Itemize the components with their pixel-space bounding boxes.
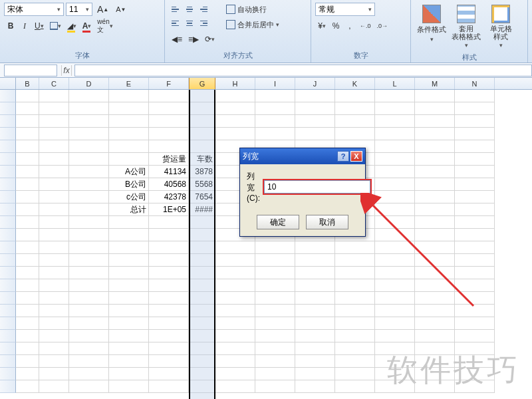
- cell[interactable]: [415, 380, 455, 393]
- phonetic-button[interactable]: wén文▾: [94, 19, 115, 33]
- cell[interactable]: [295, 342, 335, 355]
- cell[interactable]: [455, 292, 495, 305]
- cell[interactable]: [335, 305, 375, 317]
- cell[interactable]: [415, 267, 455, 279]
- cell[interactable]: [295, 355, 335, 368]
- row-header[interactable]: [0, 178, 16, 191]
- dialog-titlebar[interactable]: 列宽 ? X: [240, 148, 365, 164]
- column-header[interactable]: I: [255, 78, 295, 89]
- row-header[interactable]: [0, 229, 16, 241]
- cell[interactable]: [39, 115, 69, 128]
- cell[interactable]: [215, 342, 255, 355]
- cell[interactable]: [16, 203, 39, 216]
- cell[interactable]: [149, 305, 189, 317]
- cell[interactable]: [415, 140, 455, 153]
- cell[interactable]: [69, 279, 109, 292]
- cell[interactable]: [39, 178, 69, 191]
- cell[interactable]: [39, 355, 69, 368]
- cell[interactable]: [455, 380, 495, 393]
- align-center-button[interactable]: [183, 17, 196, 30]
- cell[interactable]: [335, 90, 375, 102]
- decrease-indent-button[interactable]: ◀≡: [169, 33, 185, 46]
- cell[interactable]: [215, 305, 255, 317]
- column-header[interactable]: J: [295, 78, 335, 89]
- wrap-text-button[interactable]: 自动换行: [223, 3, 283, 16]
- cell[interactable]: [455, 267, 495, 279]
- align-top-left-button[interactable]: [169, 3, 182, 16]
- cell[interactable]: [69, 355, 109, 368]
- cell[interactable]: [215, 102, 255, 115]
- cell[interactable]: [109, 254, 149, 267]
- cell[interactable]: [295, 254, 335, 267]
- cell[interactable]: [215, 330, 255, 342]
- cell[interactable]: 1E+05: [149, 203, 189, 216]
- column-header[interactable]: L: [375, 78, 415, 89]
- cell[interactable]: [215, 368, 255, 380]
- cell[interactable]: [455, 317, 495, 330]
- row-header[interactable]: [0, 305, 16, 317]
- cell[interactable]: [255, 292, 295, 305]
- row-header[interactable]: [0, 355, 16, 368]
- row-header[interactable]: [0, 166, 16, 178]
- cell[interactable]: [255, 380, 295, 393]
- row-header[interactable]: [0, 153, 16, 166]
- cell[interactable]: [69, 342, 109, 355]
- cell[interactable]: [455, 102, 495, 115]
- font-color-button[interactable]: A▾: [80, 19, 94, 33]
- cell[interactable]: [415, 292, 455, 305]
- cell[interactable]: [189, 216, 215, 229]
- column-header[interactable]: E: [109, 78, 149, 89]
- spreadsheet-grid[interactable]: BCDEFGHIJKLMN 货运量车数A公司411343878B公司405685…: [0, 78, 532, 399]
- cell[interactable]: [39, 166, 69, 178]
- cell[interactable]: [69, 305, 109, 317]
- cell[interactable]: [415, 153, 455, 166]
- cell[interactable]: [215, 128, 255, 140]
- cell[interactable]: c公司: [109, 191, 149, 203]
- currency-button[interactable]: ¥▾: [315, 19, 329, 33]
- cell[interactable]: [39, 90, 69, 102]
- cell[interactable]: [415, 342, 455, 355]
- cell[interactable]: [335, 254, 375, 267]
- cell[interactable]: [415, 216, 455, 229]
- ok-button[interactable]: 确定: [257, 215, 299, 229]
- cell[interactable]: [335, 267, 375, 279]
- cell[interactable]: [255, 317, 295, 330]
- row-header[interactable]: [0, 140, 16, 153]
- cell[interactable]: [189, 229, 215, 241]
- cell[interactable]: [335, 241, 375, 254]
- cell[interactable]: [189, 342, 215, 355]
- cell[interactable]: [455, 355, 495, 368]
- cell[interactable]: [149, 368, 189, 380]
- cell[interactable]: [455, 342, 495, 355]
- row-header[interactable]: [0, 267, 16, 279]
- cell[interactable]: [149, 140, 189, 153]
- cell[interactable]: [69, 330, 109, 342]
- cell[interactable]: [109, 115, 149, 128]
- name-box[interactable]: [4, 65, 57, 76]
- cell[interactable]: [189, 241, 215, 254]
- cancel-button[interactable]: 取消: [306, 215, 348, 229]
- cell[interactable]: [16, 216, 39, 229]
- conditional-format-button[interactable]: 条件格式▾: [415, 3, 448, 45]
- cell[interactable]: [455, 241, 495, 254]
- cell[interactable]: [69, 153, 109, 166]
- row-header[interactable]: [0, 368, 16, 380]
- row-header[interactable]: [0, 203, 16, 216]
- fx-icon[interactable]: fx: [61, 65, 72, 76]
- font-size-combo[interactable]: 11▾: [66, 3, 92, 16]
- cell[interactable]: [415, 178, 455, 191]
- cell[interactable]: [415, 191, 455, 203]
- cell[interactable]: [415, 254, 455, 267]
- cell[interactable]: [375, 153, 415, 166]
- row-header[interactable]: [0, 90, 16, 102]
- select-all-corner[interactable]: [0, 78, 16, 89]
- cell[interactable]: [295, 115, 335, 128]
- cell[interactable]: [109, 267, 149, 279]
- cell[interactable]: [16, 166, 39, 178]
- cell[interactable]: [375, 229, 415, 241]
- formula-input[interactable]: [74, 65, 532, 76]
- cell[interactable]: [295, 267, 335, 279]
- cell[interactable]: [189, 317, 215, 330]
- cell[interactable]: [39, 191, 69, 203]
- cell[interactable]: [109, 342, 149, 355]
